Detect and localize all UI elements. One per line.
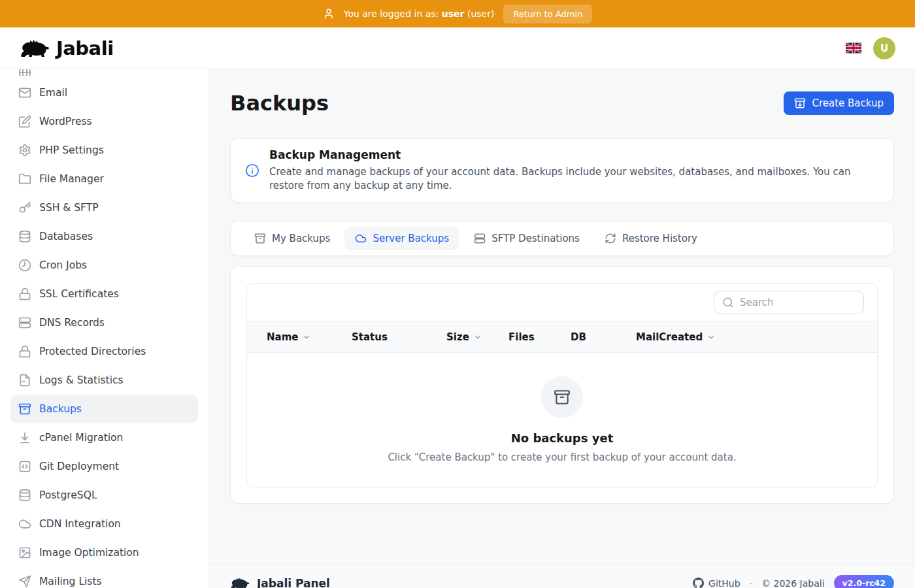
sidebar-item-label: File Manager xyxy=(39,173,104,185)
sidebar-item[interactable]: SSL Certificates xyxy=(10,280,198,308)
tab[interactable]: My Backups xyxy=(244,227,341,250)
column-header[interactable]: Created xyxy=(659,331,716,343)
search-input[interactable] xyxy=(740,297,856,308)
sidebar-item-label: Databases xyxy=(39,231,93,242)
sidebar-item-icon xyxy=(18,345,31,358)
sidebar-item[interactable]: DNS Records xyxy=(10,308,198,337)
chevron-down-icon xyxy=(302,333,311,342)
sidebar-item[interactable]: Email xyxy=(10,78,198,107)
column-header-label: Status xyxy=(352,331,388,343)
info-description: Create and manage backups of your accoun… xyxy=(269,165,879,193)
tab-label: Server Backups xyxy=(373,233,449,244)
footer-separator: · xyxy=(750,578,752,588)
info-title: Backup Management xyxy=(269,148,879,161)
globe-icon xyxy=(18,69,31,76)
sidebar-item[interactable]: SSH & SFTP xyxy=(10,193,198,222)
backups-table: Name Status Size xyxy=(246,283,878,487)
empty-state-subtitle: Click "Create Backup" to create your fir… xyxy=(388,451,736,463)
main-content: Backups Create Backup Backup Management … xyxy=(209,69,915,588)
column-header[interactable]: Size xyxy=(446,331,508,343)
sidebar-item-partial[interactable] xyxy=(10,69,198,76)
app-header: Jabali U xyxy=(0,27,915,69)
user-icon xyxy=(323,8,335,20)
github-link[interactable]: GitHub xyxy=(693,578,740,588)
empty-state: No backups yet Click "Create Backup" to … xyxy=(247,353,877,487)
logged-in-username: user xyxy=(442,8,465,19)
page-title: Backups xyxy=(230,91,329,116)
sidebar-item-label: SSL Certificates xyxy=(39,288,119,300)
sidebar-item[interactable]: Mailing Lists xyxy=(10,567,198,588)
sidebar-item-icon xyxy=(18,460,31,473)
sidebar-item-label: DNS Records xyxy=(39,317,105,329)
archive-download-icon xyxy=(794,97,806,109)
column-header[interactable]: Name xyxy=(267,331,352,343)
sidebar-item[interactable]: Git Deployment xyxy=(10,452,198,481)
sidebar-item[interactable]: CDN Integration xyxy=(10,510,198,538)
sidebar-item-icon xyxy=(18,144,31,157)
sidebar-item[interactable]: PHP Settings xyxy=(10,136,198,165)
sidebar-item-label: PHP Settings xyxy=(39,144,104,156)
logged-in-message: You are logged in as: user (user) xyxy=(344,8,495,19)
column-header-label: DB xyxy=(571,331,586,343)
avatar[interactable]: U xyxy=(873,37,895,59)
sidebar: Email WordPress PHP Settings File Manage… xyxy=(0,69,209,588)
brand-logo[interactable]: Jabali xyxy=(20,37,114,59)
column-header: Status xyxy=(352,331,446,343)
column-header-label: Mail xyxy=(636,331,659,343)
logged-in-role: (user) xyxy=(467,8,494,19)
sidebar-item-icon xyxy=(18,575,31,588)
column-header: DB xyxy=(571,331,636,343)
tab-label: Restore History xyxy=(622,233,697,244)
column-header: Mail xyxy=(636,331,659,343)
copyright-text: © 2026 Jabali xyxy=(761,578,824,588)
sidebar-item-icon xyxy=(18,489,31,502)
sidebar-item-icon xyxy=(18,402,31,416)
tab[interactable]: SFTP Destinations xyxy=(463,227,590,250)
sidebar-item-icon xyxy=(18,201,31,214)
uk-flag-icon[interactable] xyxy=(846,42,861,54)
sidebar-item[interactable]: File Manager xyxy=(10,165,198,193)
sidebar-item-label: Backups xyxy=(39,403,82,415)
column-header-label: Size xyxy=(446,331,469,343)
sidebar-item[interactable]: PostgreSQL xyxy=(10,481,198,510)
sidebar-item-label: Image Optimization xyxy=(39,547,139,559)
return-to-admin-button[interactable]: Return to Admin xyxy=(503,5,592,24)
info-banner: Backup Management Create and manage back… xyxy=(230,139,894,203)
search-box[interactable] xyxy=(714,291,864,314)
sidebar-item[interactable]: Logs & Statistics xyxy=(10,366,198,395)
sidebar-item[interactable]: Image Optimization xyxy=(10,538,198,567)
sidebar-item-label: Mailing Lists xyxy=(39,576,102,587)
table-header-row: Name Status Size xyxy=(247,321,877,353)
sidebar-item-label: Logs & Statistics xyxy=(39,374,124,386)
backups-panel: Name Status Size xyxy=(230,267,894,504)
empty-state-icon-circle xyxy=(541,376,583,418)
sidebar-item-icon xyxy=(18,546,31,559)
backup-tabs: My Backups Server Backups SFTP Destinati… xyxy=(230,221,894,256)
column-header-label: Created xyxy=(659,331,703,343)
sidebar-item-icon xyxy=(18,172,31,186)
sidebar-item[interactable]: WordPress xyxy=(10,107,198,136)
impersonation-banner: You are logged in as: user (user) Return… xyxy=(0,0,915,27)
column-header: Files xyxy=(508,331,571,343)
sidebar-item-icon xyxy=(18,287,31,301)
sidebar-item-label: PostgreSQL xyxy=(39,489,97,501)
tab-icon xyxy=(254,233,266,244)
tab[interactable]: Restore History xyxy=(594,227,708,250)
create-backup-button[interactable]: Create Backup xyxy=(784,91,894,115)
sidebar-item[interactable]: Backups xyxy=(10,395,198,423)
archive-icon xyxy=(554,389,571,406)
sidebar-item-icon xyxy=(18,517,31,531)
sidebar-item-label: Git Deployment xyxy=(39,461,119,472)
tab-icon xyxy=(474,233,486,244)
tab-label: My Backups xyxy=(272,233,330,244)
sidebar-item[interactable]: Databases xyxy=(10,222,198,251)
footer-brand: Jabali Panel xyxy=(230,576,330,588)
sidebar-item-icon xyxy=(18,316,31,329)
column-header-label: Name xyxy=(267,331,298,343)
sidebar-item[interactable]: cPanel Migration xyxy=(10,423,198,452)
sidebar-item[interactable]: Protected Directories xyxy=(10,337,198,366)
sidebar-item-icon xyxy=(18,431,31,444)
tab[interactable]: Server Backups xyxy=(344,227,459,250)
sidebar-item[interactable]: Cron Jobs xyxy=(10,251,198,280)
search-icon xyxy=(722,297,734,308)
